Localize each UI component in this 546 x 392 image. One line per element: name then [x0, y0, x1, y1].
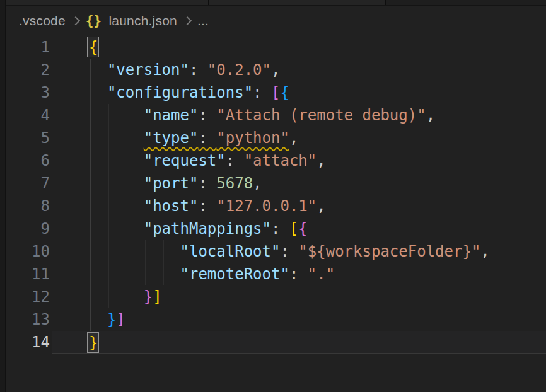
code-token [89, 107, 144, 124]
indent-guide [163, 263, 164, 285]
chevron-right-icon [183, 16, 192, 25]
code-line[interactable]: 8 "host": "127.0.0.1", [6, 195, 546, 217]
line-number[interactable]: 6 [6, 149, 52, 172]
line-number[interactable]: 5 [6, 127, 52, 149]
code-token: [ [289, 220, 298, 238]
code-line[interactable]: 9 "pathMappings": [{ [6, 217, 546, 240]
json-file-icon: {} [86, 13, 102, 28]
code-token: "port" [144, 175, 199, 192]
line-content[interactable]: } [52, 331, 546, 354]
code-token: "Attach (remote debug)" [216, 107, 426, 124]
indent-guide [108, 104, 109, 127]
line-content[interactable]: "configurations": [{ [52, 81, 546, 104]
code-token: "127.0.0.1" [216, 197, 317, 215]
line-content[interactable]: "pathMappings": [{ [52, 217, 546, 240]
code-token: { [298, 220, 307, 238]
line-number[interactable]: 9 [6, 217, 52, 240]
line-number[interactable]: 7 [6, 172, 52, 195]
code-token: "pathMappings" [144, 220, 271, 238]
code-token: "localRoot" [180, 243, 281, 260]
code-line-current[interactable]: 14} [6, 331, 546, 354]
code-line[interactable]: 3 "configurations": [{ [6, 81, 546, 104]
code-token: : [198, 197, 216, 215]
warning-squiggle: "type": "python" [144, 129, 289, 147]
line-number[interactable]: 3 [6, 81, 52, 104]
line-number[interactable]: 10 [6, 240, 52, 263]
code-line[interactable]: 2 "version": "0.2.0", [6, 59, 546, 81]
indent-guide [145, 263, 146, 285]
code-line[interactable]: 5 "type": "python", [6, 127, 546, 149]
indent-guide [90, 59, 91, 81]
line-content[interactable]: "host": "127.0.0.1", [52, 195, 546, 217]
code-token: : [226, 152, 244, 170]
left-panel-edge [0, 0, 6, 392]
code-token: "version" [107, 61, 189, 79]
breadcrumb-symbol-ellipsis[interactable]: ... [197, 13, 209, 28]
code-line[interactable]: 4 "name": "Attach (remote debug)", [6, 104, 546, 127]
indent-guide [127, 240, 127, 263]
code-token: "attach" [244, 152, 317, 170]
code-token: : [289, 265, 308, 283]
line-content[interactable]: "version": "0.2.0", [52, 59, 546, 81]
indent-guide [90, 172, 91, 195]
indent-guide [127, 104, 127, 127]
indent-guide [90, 263, 91, 285]
indent-guide [90, 240, 91, 263]
code-token [89, 129, 144, 147]
code-token: "configurations" [107, 84, 253, 101]
line-number[interactable]: 14 [6, 331, 52, 354]
code-token: , [317, 152, 325, 170]
code-line[interactable]: 13 }] [6, 308, 546, 331]
indent-guide [90, 104, 91, 127]
code-token [89, 152, 144, 170]
code-line[interactable]: 10 "localRoot": "${workspaceFolder}", [6, 240, 546, 263]
line-number[interactable]: 13 [6, 308, 52, 331]
code-line[interactable]: 1{ [6, 36, 546, 59]
line-content[interactable]: "port": 5678, [52, 172, 546, 195]
indent-guide [127, 127, 127, 149]
chevron-right-icon [71, 16, 80, 25]
code-lines[interactable]: 1{2 "version": "0.2.0",3 "configurations… [6, 36, 546, 354]
breadcrumb-item-file[interactable]: launch.json [108, 13, 177, 28]
code-line[interactable]: 12 }] [6, 285, 546, 308]
indent-guide [127, 285, 127, 308]
line-content[interactable]: "name": "Attach (remote debug)", [52, 104, 546, 127]
line-content[interactable]: }] [52, 285, 546, 308]
code-token: , [289, 129, 298, 147]
code-token [89, 265, 180, 283]
line-content[interactable]: }] [52, 308, 546, 331]
line-content[interactable]: "localRoot": "${workspaceFolder}", [52, 240, 546, 263]
indent-guide [108, 127, 109, 149]
code-token: "${workspaceFolder}" [298, 243, 480, 260]
line-number[interactable]: 12 [6, 285, 52, 308]
line-content[interactable]: { [52, 36, 546, 59]
code-token: : [189, 61, 207, 79]
code-token: : [253, 84, 271, 101]
code-token [89, 311, 107, 328]
code-token: } [107, 311, 116, 328]
breadcrumb: .vscode {} launch.json ... [6, 6, 546, 36]
code-line[interactable]: 6 "request": "attach", [6, 149, 546, 172]
indent-guide [90, 308, 91, 331]
line-content[interactable]: "request": "attach", [52, 149, 546, 172]
tab-divider [385, 0, 386, 5]
code-token: , [253, 175, 262, 192]
code-token [89, 84, 107, 101]
indent-guide [145, 240, 146, 263]
code-token [89, 175, 144, 192]
line-number[interactable]: 11 [6, 263, 52, 285]
indent-guide [108, 217, 109, 240]
line-number[interactable]: 8 [6, 195, 52, 217]
line-number[interactable]: 4 [6, 104, 52, 127]
breadcrumb-item-folder[interactable]: .vscode [19, 13, 66, 28]
line-content[interactable]: "type": "python", [52, 127, 546, 149]
code-line[interactable]: 7 "port": 5678, [6, 172, 546, 195]
code-token: } [144, 288, 153, 306]
indent-guide [127, 172, 127, 195]
line-content[interactable]: "remoteRoot": "." [52, 263, 546, 285]
indent-guide [108, 195, 109, 217]
code-line[interactable]: 11 "remoteRoot": "." [6, 263, 546, 285]
line-number[interactable]: 1 [6, 36, 52, 59]
code-token: : [198, 107, 216, 124]
line-number[interactable]: 2 [6, 59, 52, 81]
